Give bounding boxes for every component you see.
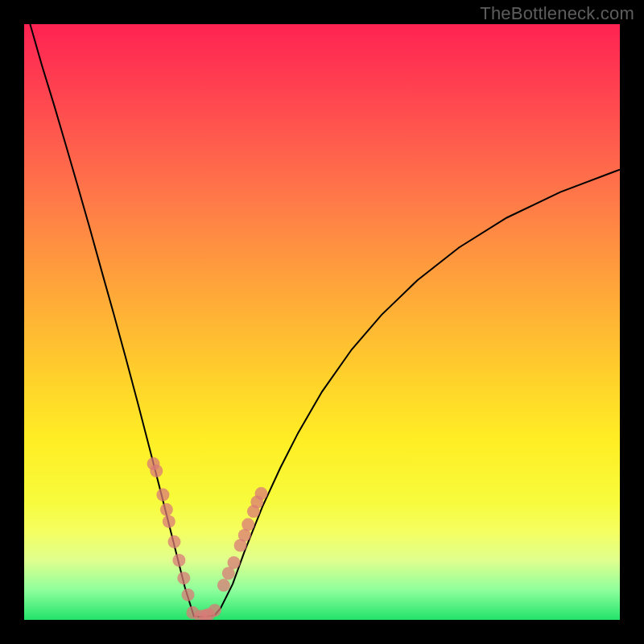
- highlight-dot: [255, 487, 268, 500]
- highlight-dot-layer: [147, 457, 268, 620]
- highlight-dot: [167, 535, 180, 548]
- highlight-dot: [242, 518, 254, 531]
- highlight-dot: [163, 515, 175, 528]
- highlight-dot: [172, 554, 185, 567]
- curve-overlay: [24, 24, 620, 620]
- highlight-dot: [150, 464, 163, 477]
- highlight-dot: [208, 604, 221, 617]
- highlight-dot: [156, 489, 169, 502]
- bottleneck-curve: [30, 24, 620, 617]
- highlight-dot: [160, 503, 173, 516]
- highlight-dot: [182, 588, 195, 601]
- chart-frame: TheBottleneck.com: [0, 0, 644, 644]
- highlight-dot: [227, 556, 240, 569]
- watermark-text: TheBottleneck.com: [480, 3, 634, 24]
- highlight-dot: [217, 579, 230, 592]
- highlight-dot: [177, 572, 190, 584]
- plot-area: [24, 24, 620, 620]
